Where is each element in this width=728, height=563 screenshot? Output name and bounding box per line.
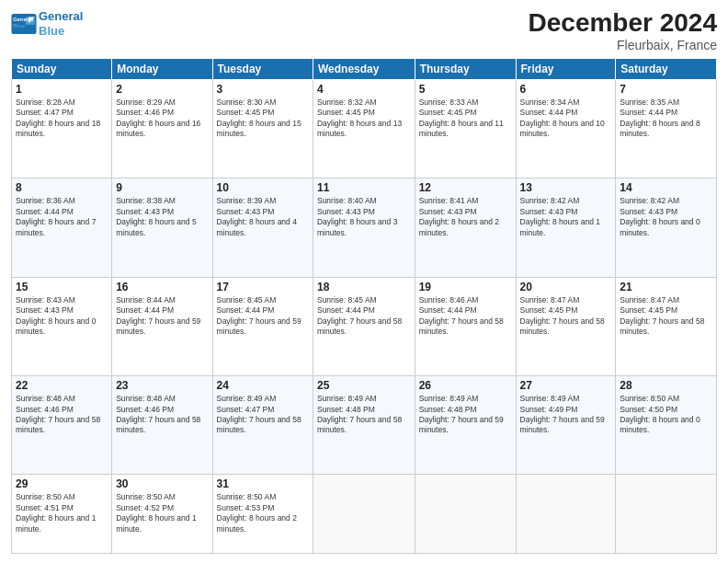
day-number: 9 <box>116 181 208 194</box>
calendar-cell: 24Sunrise: 8:49 AM Sunset: 4:47 PM Dayli… <box>212 376 313 475</box>
day-number: 18 <box>317 281 411 293</box>
week-row-2: 8Sunrise: 8:36 AM Sunset: 4:44 PM Daylig… <box>12 178 717 277</box>
day-number: 10 <box>217 181 309 194</box>
week-row-5: 29Sunrise: 8:50 AM Sunset: 4:51 PM Dayli… <box>12 475 717 554</box>
calendar-cell: 12Sunrise: 8:41 AM Sunset: 4:43 PM Dayli… <box>415 178 516 277</box>
day-number: 3 <box>217 83 309 96</box>
day-number: 12 <box>419 181 512 194</box>
week-row-4: 22Sunrise: 8:48 AM Sunset: 4:46 PM Dayli… <box>12 376 717 475</box>
day-info: Sunrise: 8:30 AM Sunset: 4:45 PM Dayligh… <box>217 98 309 140</box>
day-info: Sunrise: 8:43 AM Sunset: 4:43 PM Dayligh… <box>16 295 108 338</box>
col-header-sunday: Sunday <box>12 58 112 79</box>
day-number: 1 <box>16 83 108 96</box>
day-number: 16 <box>116 281 208 293</box>
calendar-cell: 1Sunrise: 8:28 AM Sunset: 4:47 PM Daylig… <box>12 79 112 178</box>
day-number: 6 <box>520 83 612 96</box>
calendar-header-row: SundayMondayTuesdayWednesdayThursdayFrid… <box>12 58 717 79</box>
calendar-cell: 21Sunrise: 8:47 AM Sunset: 4:45 PM Dayli… <box>616 277 717 375</box>
day-number: 2 <box>116 83 208 96</box>
svg-text:General: General <box>13 17 33 22</box>
calendar-cell <box>415 475 516 554</box>
day-number: 26 <box>419 379 512 392</box>
calendar-cell: 3Sunrise: 8:30 AM Sunset: 4:45 PM Daylig… <box>212 79 313 178</box>
day-info: Sunrise: 8:41 AM Sunset: 4:43 PM Dayligh… <box>419 196 512 238</box>
calendar-cell: 5Sunrise: 8:33 AM Sunset: 4:45 PM Daylig… <box>415 79 516 178</box>
calendar-cell: 4Sunrise: 8:32 AM Sunset: 4:45 PM Daylig… <box>313 79 415 178</box>
header: General Blue General Blue December 2024 … <box>11 9 717 52</box>
day-info: Sunrise: 8:50 AM Sunset: 4:51 PM Dayligh… <box>16 492 108 534</box>
day-number: 8 <box>16 181 108 194</box>
day-info: Sunrise: 8:40 AM Sunset: 4:43 PM Dayligh… <box>317 196 411 238</box>
day-info: Sunrise: 8:28 AM Sunset: 4:47 PM Dayligh… <box>16 98 108 140</box>
calendar-cell <box>516 475 616 554</box>
day-number: 23 <box>116 379 208 392</box>
logo-line2: Blue <box>39 24 64 38</box>
logo-icon: General Blue <box>11 14 37 34</box>
day-number: 11 <box>317 181 411 194</box>
calendar-cell: 25Sunrise: 8:49 AM Sunset: 4:48 PM Dayli… <box>313 376 415 475</box>
day-number: 28 <box>620 379 712 392</box>
day-info: Sunrise: 8:49 AM Sunset: 4:47 PM Dayligh… <box>217 394 309 436</box>
calendar-cell: 22Sunrise: 8:48 AM Sunset: 4:46 PM Dayli… <box>12 376 112 475</box>
day-number: 4 <box>317 83 411 96</box>
day-info: Sunrise: 8:33 AM Sunset: 4:45 PM Dayligh… <box>419 98 512 140</box>
calendar-cell: 20Sunrise: 8:47 AM Sunset: 4:45 PM Dayli… <box>516 277 616 375</box>
day-number: 7 <box>620 83 712 96</box>
logo-line1: General <box>39 9 83 23</box>
calendar-cell: 27Sunrise: 8:49 AM Sunset: 4:49 PM Dayli… <box>516 376 616 475</box>
day-number: 5 <box>419 83 512 96</box>
subtitle: Fleurbaix, France <box>529 38 717 52</box>
col-header-thursday: Thursday <box>415 58 516 79</box>
col-header-wednesday: Wednesday <box>313 58 415 79</box>
day-number: 25 <box>317 379 411 392</box>
day-info: Sunrise: 8:42 AM Sunset: 4:43 PM Dayligh… <box>620 196 712 238</box>
day-info: Sunrise: 8:47 AM Sunset: 4:45 PM Dayligh… <box>520 295 612 338</box>
calendar-cell: 15Sunrise: 8:43 AM Sunset: 4:43 PM Dayli… <box>12 277 112 375</box>
calendar-cell: 10Sunrise: 8:39 AM Sunset: 4:43 PM Dayli… <box>212 178 313 277</box>
day-info: Sunrise: 8:45 AM Sunset: 4:44 PM Dayligh… <box>317 295 411 338</box>
logo: General Blue General Blue <box>11 9 83 38</box>
day-info: Sunrise: 8:29 AM Sunset: 4:46 PM Dayligh… <box>116 98 208 140</box>
day-info: Sunrise: 8:47 AM Sunset: 4:45 PM Dayligh… <box>620 295 712 338</box>
day-info: Sunrise: 8:34 AM Sunset: 4:44 PM Dayligh… <box>520 98 612 140</box>
day-info: Sunrise: 8:35 AM Sunset: 4:44 PM Dayligh… <box>620 98 712 140</box>
day-number: 17 <box>217 281 309 293</box>
day-info: Sunrise: 8:39 AM Sunset: 4:43 PM Dayligh… <box>217 196 309 238</box>
calendar-cell: 14Sunrise: 8:42 AM Sunset: 4:43 PM Dayli… <box>616 178 717 277</box>
day-info: Sunrise: 8:46 AM Sunset: 4:44 PM Dayligh… <box>419 295 512 338</box>
calendar: SundayMondayTuesdayWednesdayThursdayFrid… <box>11 58 717 554</box>
day-number: 20 <box>520 281 612 293</box>
calendar-cell: 7Sunrise: 8:35 AM Sunset: 4:44 PM Daylig… <box>616 79 717 178</box>
logo-text: General Blue <box>39 9 83 38</box>
calendar-cell: 30Sunrise: 8:50 AM Sunset: 4:52 PM Dayli… <box>112 475 212 554</box>
day-info: Sunrise: 8:50 AM Sunset: 4:52 PM Dayligh… <box>116 492 208 534</box>
calendar-cell <box>616 475 717 554</box>
day-number: 21 <box>620 281 712 293</box>
col-header-monday: Monday <box>112 58 212 79</box>
calendar-cell: 19Sunrise: 8:46 AM Sunset: 4:44 PM Dayli… <box>415 277 516 375</box>
day-number: 22 <box>16 379 108 392</box>
day-number: 15 <box>16 281 108 293</box>
day-number: 19 <box>419 281 512 293</box>
day-info: Sunrise: 8:48 AM Sunset: 4:46 PM Dayligh… <box>116 394 208 436</box>
day-number: 30 <box>116 477 208 490</box>
day-info: Sunrise: 8:49 AM Sunset: 4:48 PM Dayligh… <box>317 394 411 436</box>
day-number: 27 <box>520 379 612 392</box>
calendar-cell: 13Sunrise: 8:42 AM Sunset: 4:43 PM Dayli… <box>516 178 616 277</box>
calendar-cell: 9Sunrise: 8:38 AM Sunset: 4:43 PM Daylig… <box>112 178 212 277</box>
day-info: Sunrise: 8:42 AM Sunset: 4:43 PM Dayligh… <box>520 196 612 238</box>
calendar-cell: 26Sunrise: 8:49 AM Sunset: 4:48 PM Dayli… <box>415 376 516 475</box>
page: General Blue General Blue December 2024 … <box>0 0 728 563</box>
main-title: December 2024 <box>529 9 717 38</box>
day-number: 31 <box>217 477 309 490</box>
svg-text:Blue: Blue <box>13 23 26 29</box>
day-number: 29 <box>16 477 108 490</box>
day-info: Sunrise: 8:45 AM Sunset: 4:44 PM Dayligh… <box>217 295 309 338</box>
week-row-3: 15Sunrise: 8:43 AM Sunset: 4:43 PM Dayli… <box>12 277 717 375</box>
calendar-cell: 11Sunrise: 8:40 AM Sunset: 4:43 PM Dayli… <box>313 178 415 277</box>
col-header-saturday: Saturday <box>616 58 717 79</box>
day-info: Sunrise: 8:32 AM Sunset: 4:45 PM Dayligh… <box>317 98 411 140</box>
day-info: Sunrise: 8:36 AM Sunset: 4:44 PM Dayligh… <box>16 196 108 238</box>
day-info: Sunrise: 8:50 AM Sunset: 4:53 PM Dayligh… <box>217 492 309 534</box>
calendar-cell: 17Sunrise: 8:45 AM Sunset: 4:44 PM Dayli… <box>212 277 313 375</box>
